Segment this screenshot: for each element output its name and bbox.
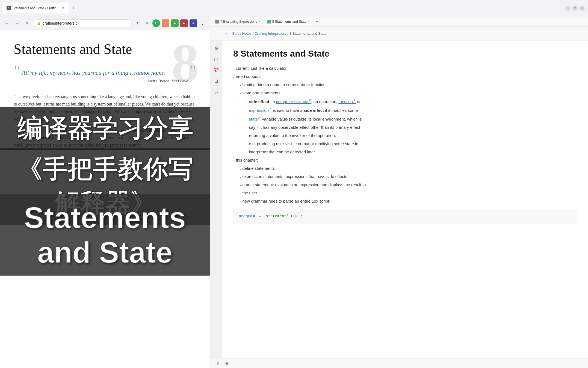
- list-item-13: • define statements: [233, 164, 577, 173]
- item-16-text: the user: [243, 189, 257, 197]
- reload-button[interactable]: ↻: [23, 19, 31, 27]
- item-7-text: state↗ variable value(s) outside its loc…: [249, 115, 362, 123]
- new-tab-button[interactable]: +: [70, 4, 77, 12]
- web-content: 8 Statements and State " All my life, my…: [0, 30, 210, 368]
- note-list: • current: just like a calculator • need…: [233, 64, 577, 205]
- sidebar-icon-settings[interactable]: ⚙: [212, 44, 221, 52]
- computer-science-link[interactable]: computer science↗: [276, 99, 311, 104]
- bullet-12: •: [233, 158, 234, 164]
- note-content: 8 Statements and State • current: just l…: [222, 40, 588, 358]
- list-item-11: • interpreter that can be detected later: [233, 148, 577, 156]
- list-item-4: • state and statements: [233, 89, 577, 97]
- code-block: program → statement* EOF ;: [233, 209, 577, 224]
- extension-icon-2[interactable]: ◈: [171, 19, 179, 27]
- tab-statements-and-state[interactable]: 8 Statements and State ×: [264, 18, 312, 25]
- back-button[interactable]: ←: [3, 19, 11, 27]
- sidebar-icon-terminal[interactable]: ▷: [212, 87, 221, 96]
- banner-3-text: Statements and State: [24, 201, 186, 269]
- extension-icon-1[interactable]: A: [162, 19, 169, 27]
- menu-button[interactable]: ⋮: [199, 19, 206, 27]
- profile-icon[interactable]: G: [152, 19, 160, 27]
- quote-open: ": [14, 63, 20, 79]
- bottom-icon-1[interactable]: ⊞: [215, 360, 221, 367]
- right-new-tab-button[interactable]: +: [314, 18, 321, 25]
- list-item-14: • expression statements: expressions tha…: [233, 173, 577, 181]
- content-area: ← → ↻ 🔒 craftinginterpreters.c... ↑ ☆ G …: [0, 16, 588, 368]
- sidebar-icon-grid[interactable]: ⊡: [212, 77, 221, 85]
- sidebar-icon-calendar[interactable]: 📅: [212, 66, 221, 74]
- list-item-1: • current: just like a calculator: [233, 64, 577, 72]
- bottom-toolbar: ⊞ ◉: [210, 358, 588, 368]
- right-tab-bar: 7 Evaluating Expressions × 8 Statements …: [210, 16, 588, 27]
- address-bar[interactable]: 🔒 craftinginterpreters.c...: [33, 19, 132, 27]
- list-item-12: • this chapter:: [233, 156, 577, 164]
- function-link[interactable]: function↗: [338, 99, 356, 104]
- address-bar-row: ← → ↻ 🔒 craftinginterpreters.c... ↑ ☆ G …: [0, 16, 210, 30]
- expression-link[interactable]: expression↗: [249, 108, 272, 113]
- item-4-text: state and statements: [243, 89, 280, 97]
- right-panel: 7 Evaluating Expressions × 8 Statements …: [210, 16, 588, 368]
- minimize-button[interactable]: −: [565, 5, 571, 11]
- side-effect-bold-2: side effect: [304, 108, 324, 113]
- list-item-8: • say if it has any observable effect ot…: [233, 123, 577, 132]
- item-5-text: side effect: In computer science↗, an op…: [249, 97, 361, 106]
- extension-icon-4[interactable]: ⊕: [190, 19, 197, 27]
- nav-back[interactable]: ←: [215, 30, 221, 37]
- bullet-17: •: [240, 199, 241, 205]
- external-link-sup-3: ↗: [269, 107, 272, 111]
- code-value-1: statement* EOF ;: [266, 213, 302, 220]
- quote-text: All my life, my heart has yearned for a …: [22, 68, 188, 77]
- share-icon[interactable]: ↑: [134, 19, 141, 27]
- item-8-text: say if it has any observable effect othe…: [249, 123, 360, 132]
- code-line-1: program → statement* EOF ;: [239, 213, 572, 220]
- tab-1-close[interactable]: ×: [61, 6, 65, 10]
- list-item-16: • the user: [233, 189, 577, 197]
- list-item-5: • side effect: In computer science↗, an …: [233, 97, 577, 106]
- toolbar-icons: ↑ ☆ G A ◈ ▶ ⊕ ⋮: [134, 19, 206, 27]
- note-title: 8 Statements and State: [233, 49, 577, 59]
- tab-1-favicon: S: [7, 6, 11, 10]
- bullet-2: •: [233, 75, 234, 80]
- state-link[interactable]: state↗: [249, 117, 261, 121]
- chapter-title: Statements and State: [14, 41, 196, 57]
- list-item-3: • binding: bind a name to some data or f…: [233, 81, 577, 89]
- right-nav: ← → Study Notes / Crafting Interpreters …: [210, 27, 588, 40]
- side-effect-bold-1: side effect: [249, 99, 269, 104]
- bullet-3: •: [240, 83, 241, 88]
- nav-forward[interactable]: →: [222, 30, 229, 37]
- tab-2-text: 8 Statements and State: [272, 20, 306, 24]
- item-14-text: expression statements: expressions that …: [243, 173, 347, 181]
- quote-attribution: André Breton, Mad Love: [22, 79, 188, 83]
- external-link-sup-4: ↗: [258, 116, 261, 120]
- item-17-text: new grammar rules to parse an entire Lox…: [243, 197, 330, 205]
- breadcrumb-part-1[interactable]: Study Notes: [232, 31, 252, 36]
- body-paragraph-2: To support binding in our interpreter, w…: [14, 127, 196, 149]
- tab-1-close-btn[interactable]: ×: [259, 20, 260, 23]
- bookmark-icon[interactable]: ☆: [143, 19, 151, 27]
- item-3-text: binding: bind a name to some data or fun…: [243, 81, 326, 89]
- tab-2-close-btn[interactable]: ×: [308, 20, 309, 23]
- bottom-icon-2[interactable]: ◉: [223, 360, 230, 367]
- app-layout: ⚙ ◫ 📅 ⊡ ▷ 8 Statements and State • curre…: [210, 40, 588, 358]
- forward-button[interactable]: →: [13, 19, 21, 27]
- breadcrumb-part-2[interactable]: Crafting Interpreters: [255, 31, 286, 36]
- tab-1[interactable]: S Statements and State · Craftin... ×: [3, 3, 69, 13]
- breadcrumb-sep-2: /: [287, 31, 288, 36]
- item-15-text: a print statement: evaluates an expressi…: [243, 181, 366, 189]
- quote-close: ": [190, 63, 196, 79]
- extension-icon-3[interactable]: ▶: [180, 19, 188, 27]
- sidebar-icon-panels[interactable]: ◫: [212, 55, 221, 63]
- close-window-button[interactable]: ×: [579, 5, 585, 11]
- tab-evaluating-expressions[interactable]: 7 Evaluating Expressions ×: [212, 18, 263, 25]
- breadcrumb-sep-1: /: [253, 31, 254, 36]
- code-arrow-1: →: [259, 213, 261, 220]
- list-item-15: • a print statement: evaluates an expres…: [233, 181, 577, 189]
- body-paragraph-1: The two previous chapters taught us some…: [14, 93, 196, 123]
- tab-icon-1: [215, 20, 219, 24]
- list-item-6: • expression↗ is said to have a side eff…: [233, 106, 577, 115]
- tab-icon-2: [267, 20, 271, 24]
- list-item-9: • returning a value to the invoker of th…: [233, 132, 577, 140]
- tab-1-label: Statements and State · Craftin...: [13, 6, 59, 10]
- maximize-button[interactable]: □: [572, 5, 578, 11]
- breadcrumb-part-3: 8 Statements and State: [289, 31, 327, 36]
